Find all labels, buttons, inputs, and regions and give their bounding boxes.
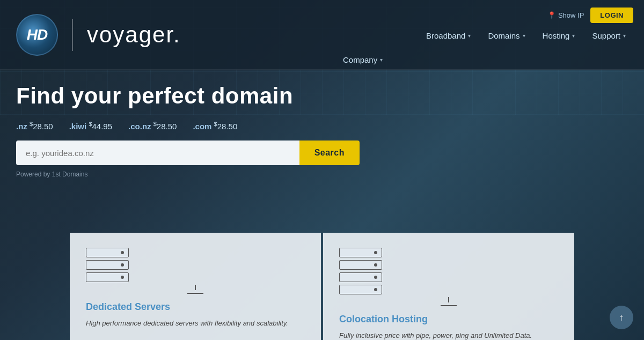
nav-row2: Company ▾ bbox=[335, 51, 390, 69]
dedicated-servers-card: Dedicated Servers High performance dedic… bbox=[70, 233, 321, 340]
main-nav: Broadband ▾ Domains ▾ Hosting ▾ Support … bbox=[419, 27, 633, 45]
dedicated-servers-title: Dedicated Servers bbox=[86, 301, 305, 313]
nav-item-support[interactable]: Support ▾ bbox=[584, 27, 633, 45]
show-ip-button[interactable]: 📍 Show IP bbox=[547, 11, 584, 19]
pin-icon: 📍 bbox=[547, 11, 556, 19]
cards-section: Dedicated Servers High performance dedic… bbox=[0, 233, 644, 340]
domain-price-com: .com $28.50 bbox=[193, 121, 237, 131]
powered-by-label: Powered by 1st Domains bbox=[16, 171, 360, 178]
chevron-down-icon: ▾ bbox=[380, 57, 383, 63]
colocation-hosting-desc: Fully inclusive price with pipe, power, … bbox=[339, 330, 558, 340]
nav-item-broadband[interactable]: Broadband ▾ bbox=[419, 27, 478, 45]
logo-area: HD voyager. bbox=[16, 14, 181, 56]
domain-search-bar: Search bbox=[16, 141, 360, 165]
chevron-down-icon: ▾ bbox=[468, 33, 471, 39]
chevron-down-icon: ▾ bbox=[572, 33, 575, 39]
domain-price-kiwi: .kiwi $44.95 bbox=[69, 121, 112, 131]
domain-search-button[interactable]: Search bbox=[299, 141, 360, 165]
colocation-hosting-title: Colocation Hosting bbox=[339, 314, 558, 325]
logo-divider bbox=[72, 19, 73, 51]
nav-item-hosting[interactable]: Hosting ▾ bbox=[535, 27, 583, 45]
chevron-down-icon: ▾ bbox=[623, 33, 626, 39]
domain-search-input[interactable] bbox=[16, 141, 299, 165]
server-icon bbox=[86, 248, 305, 294]
dedicated-servers-desc: High performance dedicated servers with … bbox=[86, 318, 305, 329]
hero-content: Find your perfect domain .nz $28.50 .kiw… bbox=[16, 83, 360, 178]
site-header: HD voyager. 📍 Show IP LOGIN Broadband ▾ … bbox=[0, 0, 644, 70]
scroll-to-top-button[interactable]: ↑ bbox=[610, 306, 633, 329]
nav-item-company[interactable]: Company ▾ bbox=[335, 51, 390, 69]
domain-price-co-nz: .co.nz $28.50 bbox=[128, 121, 177, 131]
nav-item-domains[interactable]: Domains ▾ bbox=[480, 27, 532, 45]
logo-hd-text: HD bbox=[27, 26, 47, 43]
login-button[interactable]: LOGIN bbox=[590, 8, 633, 23]
logo-icon: HD bbox=[16, 14, 58, 56]
hero-title: Find your perfect domain bbox=[16, 83, 360, 109]
logo-text: voyager. bbox=[87, 22, 181, 48]
chevron-down-icon: ▾ bbox=[523, 33, 525, 39]
colocation-server-icon bbox=[339, 248, 558, 306]
pricing-row: .nz $28.50 .kiwi $44.95 .co.nz $28.50 .c… bbox=[16, 121, 360, 131]
top-right-controls: 📍 Show IP LOGIN bbox=[547, 8, 633, 23]
domain-price-nz: .nz $28.50 bbox=[16, 121, 53, 131]
colocation-hosting-card: Colocation Hosting Fully inclusive price… bbox=[323, 233, 574, 340]
